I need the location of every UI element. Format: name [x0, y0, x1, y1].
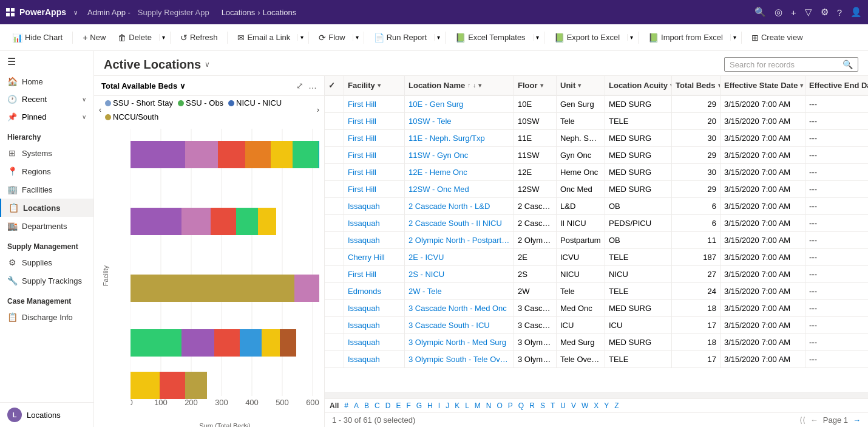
excel-templates-dropdown[interactable]: ▾ [533, 34, 539, 41]
sidebar-item-regions[interactable]: 📍 Regions [0, 162, 93, 180]
sidebar-item-recent[interactable]: 🕐 Recent ∨ [0, 91, 93, 108]
row-facility[interactable]: First Hill [344, 113, 405, 129]
row-location[interactable]: 2E - ICVU [405, 249, 514, 265]
alpha-item-q[interactable]: Q [516, 400, 526, 411]
sidebar-item-supply-trackings[interactable]: 🔧 Supply Trackings [0, 272, 93, 290]
breadcrumb-locations[interactable]: Locations [222, 8, 256, 17]
floor-filter-icon[interactable]: ▾ [540, 82, 543, 89]
grid-facility-header[interactable]: Facility ▾ [344, 76, 405, 95]
alpha-item-d[interactable]: D [383, 400, 393, 411]
alpha-item-all[interactable]: All [327, 400, 341, 411]
export-excel-button[interactable]: 📗 Export to Excel [549, 30, 625, 45]
row-location[interactable]: 12SW - Onc Med [405, 181, 514, 197]
chart-more-button[interactable]: … [308, 81, 317, 91]
grid-beds-header[interactable]: Total Beds ▾ [672, 76, 721, 95]
page-next-button[interactable]: → [853, 415, 861, 425]
sidebar-item-locations[interactable]: 📋 Locations [0, 199, 93, 217]
table-row[interactable]: Issaquah 3 Cascade South - ICU 3 Cascade… [325, 317, 868, 334]
grid-unit-header[interactable]: Unit ▾ [557, 76, 605, 95]
table-row[interactable]: Issaquah 3 Olympic North - Med Surg 3 Ol… [325, 334, 868, 351]
row-facility[interactable]: Issaquah [344, 215, 405, 231]
row-location[interactable]: 2S - NICU [405, 266, 514, 282]
table-row[interactable]: First Hill 11SW - Gyn Onc 11SW Gyn Onc M… [325, 147, 868, 164]
alpha-item-g[interactable]: G [414, 400, 424, 411]
row-facility[interactable]: First Hill [344, 164, 405, 180]
row-location[interactable]: 3 Olympic South - Tele Overfow [405, 351, 514, 367]
row-check[interactable] [325, 317, 344, 333]
table-row[interactable]: First Hill 10SW - Tele 10SW Tele TELE 20… [325, 113, 868, 130]
row-check[interactable] [325, 164, 344, 180]
row-location[interactable]: 2 Olympic North - Postpartum [405, 232, 514, 248]
table-row[interactable]: First Hill 12SW - Onc Med 12SW Onc Med M… [325, 181, 868, 198]
row-check[interactable] [325, 334, 344, 350]
row-facility[interactable]: First Hill [344, 130, 405, 146]
import-excel-button[interactable]: 📗 Import from Excel [643, 30, 728, 45]
alpha-item-s[interactable]: S [538, 400, 548, 411]
row-location[interactable]: 3 Cascade South - ICU [405, 317, 514, 333]
alpha-item-p[interactable]: P [506, 400, 515, 411]
row-location[interactable]: 3 Cascade North - Med Onc [405, 300, 514, 316]
sidebar-item-discharge[interactable]: 📋 Discharge Info [0, 308, 93, 326]
create-view-button[interactable]: ⊞ Create view [747, 30, 808, 45]
alpha-item-h[interactable]: H [425, 400, 435, 411]
row-facility[interactable]: Issaquah [344, 317, 405, 333]
delete-dropdown[interactable]: ▾ [159, 34, 165, 41]
effdate-filter-icon[interactable]: ▾ [800, 82, 803, 89]
refresh-button[interactable]: ↺ Refresh [175, 30, 223, 45]
alpha-item-n[interactable]: N [484, 400, 494, 411]
row-check[interactable] [325, 147, 344, 163]
run-report-button[interactable]: 📄 Run Report [369, 30, 432, 45]
sidebar-item-systems[interactable]: ⊞ Systems [0, 144, 93, 162]
search-icon[interactable]: 🔍 [754, 7, 766, 18]
excel-templates-button[interactable]: 📗 Excel Templates [450, 30, 530, 45]
row-check[interactable] [325, 300, 344, 316]
alpha-item-i[interactable]: I [436, 400, 442, 411]
row-check[interactable] [325, 249, 344, 265]
alpha-item-j[interactable]: J [443, 400, 452, 411]
row-facility[interactable]: First Hill [344, 147, 405, 163]
chart-prev-button[interactable]: ‹ [99, 106, 101, 114]
report-dropdown[interactable]: ▾ [434, 34, 440, 41]
location-sort-desc[interactable]: ↓ [473, 82, 476, 89]
alpha-item-c[interactable]: C [372, 400, 382, 411]
add-icon[interactable]: + [791, 7, 796, 18]
row-facility[interactable]: Edmonds [344, 283, 405, 299]
sidebar-toggle[interactable]: ☰ [0, 51, 93, 72]
table-row[interactable]: Cherry Hill 2E - ICVU 2E ICVU TELE 187 3… [325, 249, 868, 266]
row-facility[interactable]: First Hill [344, 181, 405, 197]
row-check[interactable] [325, 351, 344, 367]
import-dropdown[interactable]: ▾ [730, 34, 736, 41]
grid-enddate-header[interactable]: Effective End Date ▾ [805, 76, 868, 95]
row-check[interactable] [325, 96, 344, 112]
sidebar-item-facilities[interactable]: 🏢 Facilities [0, 180, 93, 199]
grid-check-header[interactable]: ✓ [325, 76, 344, 95]
row-check[interactable] [325, 198, 344, 214]
filter-icon[interactable]: ▽ [805, 7, 812, 18]
row-facility[interactable]: Cherry Hill [344, 249, 405, 265]
apps-launcher[interactable] [6, 8, 15, 16]
table-row[interactable]: First Hill 12E - Heme Onc 12E Heme Onc M… [325, 164, 868, 181]
email-link-button[interactable]: ✉ Email a Link [232, 30, 295, 45]
grid-floor-header[interactable]: Floor ▾ [514, 76, 557, 95]
page-title-chevron[interactable]: ∨ [205, 60, 210, 69]
row-facility[interactable]: Issaquah [344, 334, 405, 350]
row-check[interactable] [325, 266, 344, 282]
table-row[interactable]: Issaquah 3 Olympic South - Tele Overfow … [325, 351, 868, 368]
row-location[interactable]: 2 Cascade South - II NICU [405, 215, 514, 231]
alpha-item-r[interactable]: R [527, 400, 537, 411]
row-facility[interactable]: Issaquah [344, 351, 405, 367]
table-row[interactable]: Issaquah 2 Olympic North - Postpartum 2 … [325, 232, 868, 249]
row-check[interactable] [325, 130, 344, 146]
chart-title-button[interactable]: Total Available Beds ∨ [101, 81, 186, 91]
alpha-item-m[interactable]: M [472, 400, 483, 411]
page-prev-button[interactable]: ← [810, 415, 818, 425]
alpha-item-o[interactable]: O [495, 400, 505, 411]
table-row[interactable]: Edmonds 2W - Tele 2W Tele TELE 24 3/15/2… [325, 283, 868, 300]
row-location[interactable]: 10SW - Tele [405, 113, 514, 129]
alpha-item-l[interactable]: L [463, 400, 472, 411]
alpha-item-a[interactable]: A [351, 400, 361, 411]
table-row[interactable]: First Hill 2S - NICU 2S NICU NICU 27 3/1… [325, 266, 868, 283]
alpha-item-f[interactable]: F [404, 400, 413, 411]
table-row[interactable]: Issaquah 3 Cascade North - Med Onc 3 Cas… [325, 300, 868, 317]
row-facility[interactable]: Issaquah [344, 198, 405, 214]
